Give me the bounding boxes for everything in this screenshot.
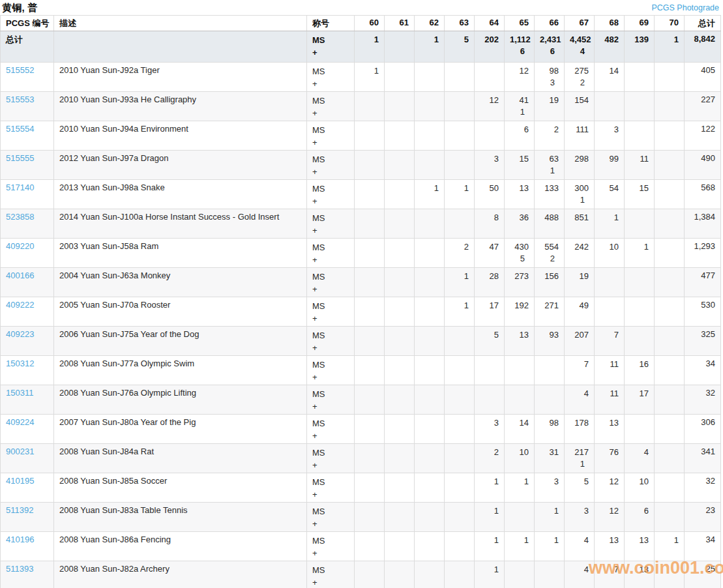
pcgs-number-link[interactable]: 150311 [6,388,33,398]
pcgs-number-link[interactable]: 511393 [6,564,33,574]
grade-count: 7 [600,564,619,576]
pcgs-number-link[interactable]: 515554 [6,124,34,134]
pcgs-number-link[interactable]: 517140 [6,183,34,192]
grade-cell-67: 851 [565,209,595,239]
row-total: 341 [685,444,721,473]
grade-count: 13 [510,329,529,341]
grade-count: 430 [510,241,529,253]
designation-line: + [312,430,349,442]
pcgs-number-link[interactable]: 150312 [6,359,34,368]
grade-count: 156 [540,271,559,282]
grade-count: 12 [600,505,619,517]
table-row: 5155522010 Yuan Sun-J92a TigerMS+1129832… [1,63,721,92]
designation-line: + [312,488,349,501]
pcgs-number-link[interactable]: 409223 [6,329,34,339]
grade-cell-70 [655,385,685,415]
grade-cell-68 [595,268,625,297]
pcgs-number-link[interactable]: 400166 [6,271,34,280]
designation-cell: MS+ [307,356,355,385]
grade-cell-64: 2 [475,444,505,473]
pcgs-number-link[interactable]: 515555 [6,153,34,163]
grade-cell-66: 133 [535,180,565,209]
designation-cell: MS+ [307,532,355,561]
grade-count: 1 [480,564,499,576]
grade-count: 19 [540,95,559,106]
total-grade-70: 1 [655,31,685,63]
pcgs-number-link[interactable]: 515552 [6,65,34,75]
grand-total: 8,842 [685,31,721,63]
grade-cell-69: 4 [625,444,655,473]
total-grade-67: 4,4524 [565,31,595,63]
pcgs-number-link[interactable]: 409224 [6,417,34,427]
grade-cell-63 [445,503,475,532]
total-row: 总计MS+1152021,11262,43164,452448213918,84… [1,31,721,63]
grade-plus-count: 2 [540,253,559,265]
grade-count: 298 [570,153,589,165]
pcgs-number-link[interactable]: 410196 [6,535,34,544]
header-grade-60: 60 [355,16,385,31]
table-row: 9002312008 Yuan Sun-J84a RatMS+210312171… [1,444,721,473]
grade-cell-68: 54 [595,180,625,209]
grade-cell-63 [445,121,475,151]
grade-count: 36 [510,212,529,224]
grade-count: 15 [630,183,649,194]
grade-cell-68 [595,297,625,327]
header-grade-61: 61 [385,16,415,31]
row-total: 122 [685,121,721,151]
grade-cell-63 [445,415,475,444]
designation-line: + [312,254,349,266]
grade-cell-68: 7 [595,327,625,356]
designation-cell: MS+ [307,63,355,92]
grade-cell-61 [385,385,415,415]
pcgs-number-link[interactable]: 410195 [6,476,34,486]
pcgs-number-link[interactable]: 511392 [6,505,33,515]
grade-cell-60 [355,121,385,151]
grade-cell-67: 178 [565,415,595,444]
grade-plus-count: 1 [540,165,559,177]
designation-cell: MS+ [307,415,355,444]
grade-cell-65 [505,385,535,415]
grade-cell-62 [415,561,445,588]
grade-cell-66: 31 [535,444,565,473]
pcgs-number-link[interactable]: 515553 [6,95,34,104]
grade-cell-60 [355,92,385,121]
grade-cell-60 [355,385,385,415]
total-grade-60: 1 [355,31,385,63]
grade-count: 3 [570,505,589,517]
grade-count: 275 [570,65,589,77]
grade-count: 14 [600,65,619,77]
table-row: 4092232006 Yuan Sun-J75a Year of the Dog… [1,327,721,356]
grade-cell-66: 271 [535,297,565,327]
row-total: 32 [685,385,721,415]
grade-cell-60 [355,268,385,297]
grade-cell-63 [445,473,475,503]
grade-cell-67: 154 [565,92,595,121]
designation-cell: MS+ [307,268,355,297]
pcgs-number-link[interactable]: 409222 [6,300,34,310]
grade-cell-61 [385,121,415,151]
header-grade-67: 67 [565,16,595,31]
total-grade-62: 1 [415,31,445,63]
grade-count: 178 [570,417,589,429]
grade-count: 202 [480,34,499,46]
designation-cell: MS+ [307,209,355,239]
pcgs-number-link[interactable]: 900231 [6,447,34,456]
grade-count: 6 [630,505,649,517]
grade-plus-count: 1 [510,106,529,118]
grade-cell-67: 3001 [565,180,595,209]
grade-cell-66: 1 [535,532,565,561]
pcgs-photograde-link[interactable]: PCGS Photograde [651,3,719,12]
grade-count: 1 [510,476,529,488]
grade-cell-69 [625,121,655,151]
grade-count: 10 [600,241,619,253]
pcgs-number-cell: 409222 [1,297,54,327]
grade-count: 1 [540,535,559,546]
grade-cell-61 [385,561,415,588]
pcgs-number-link[interactable]: 409220 [6,241,34,251]
total-grade-66: 2,4316 [535,31,565,63]
pcgs-number-link[interactable]: 523858 [6,212,34,222]
grade-count: 7 [570,359,589,370]
grade-cell-69: 11 [625,151,655,180]
grade-cell-69: 1 [625,239,655,268]
grade-cell-69 [625,268,655,297]
